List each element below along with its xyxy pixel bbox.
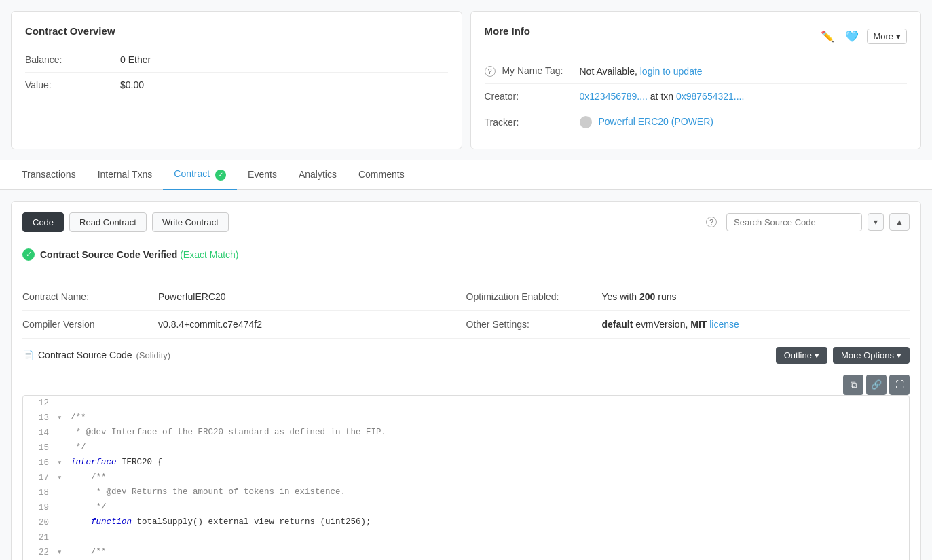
code-buttons: Code Read Contract Write Contract bbox=[22, 212, 229, 232]
code-line-16: 16 ▾ interface IERC20 { bbox=[23, 455, 909, 470]
tab-analytics[interactable]: Analytics bbox=[288, 161, 348, 189]
contract-overview-title: Contract Overview bbox=[25, 25, 448, 37]
file-icon: 📄 bbox=[22, 350, 34, 360]
contract-overview-panel: Contract Overview Balance: 0 Ether Value… bbox=[11, 11, 462, 149]
help-search-icon[interactable]: ? bbox=[706, 217, 717, 227]
tab-events[interactable]: Events bbox=[237, 161, 288, 189]
balance-value: 0 Ether bbox=[120, 54, 151, 65]
creator-label: Creator: bbox=[485, 91, 580, 102]
code-editor: 12 13 ▾ /** 14 * @dev Interface of the E… bbox=[22, 395, 910, 560]
value-value: $0.00 bbox=[120, 79, 144, 90]
balance-label: Balance: bbox=[25, 54, 120, 65]
optimization-label: Optimization Enabled: bbox=[466, 291, 602, 302]
value-label: Value: bbox=[25, 79, 120, 90]
creator-txn-link[interactable]: 0x987654321.... bbox=[676, 91, 744, 102]
search-source-input[interactable] bbox=[726, 213, 862, 231]
tracker-link[interactable]: Powerful ERC20 (POWER) bbox=[598, 116, 713, 127]
more-info-title: More Info bbox=[485, 25, 531, 37]
more-info-actions: ✏️ 🩵 More ▾ bbox=[818, 29, 907, 44]
contract-meta: Contract Name: PowerfulERC20 Optimizatio… bbox=[22, 283, 910, 339]
code-line-22: 22 ▾ /** bbox=[23, 545, 909, 560]
tab-contract[interactable]: Contract ✓ bbox=[163, 160, 237, 190]
code-line-18: 18 * @dev Returns the amount of tokens i… bbox=[23, 485, 909, 500]
other-settings-row: Other Settings: default evmVersion, MIT … bbox=[466, 311, 910, 339]
search-source-area: ? ▾ ▲ bbox=[706, 213, 910, 231]
verified-text: Contract Source Code Verified (Exact Mat… bbox=[40, 249, 239, 260]
expand-icon-btn[interactable]: ⛶ bbox=[889, 375, 910, 395]
search-dropdown-btn[interactable]: ▾ bbox=[868, 213, 884, 231]
code-line-19: 19 */ bbox=[23, 500, 909, 515]
tab-internal-txns[interactable]: Internal Txns bbox=[87, 161, 164, 189]
read-contract-btn[interactable]: Read Contract bbox=[69, 212, 147, 232]
verified-check-icon: ✓ bbox=[22, 248, 35, 261]
code-line-12: 12 bbox=[23, 396, 909, 411]
more-dropdown-btn[interactable]: More ▾ bbox=[867, 29, 907, 44]
other-settings-label: Other Settings: bbox=[466, 319, 602, 330]
contract-name-row: Contract Name: PowerfulERC20 bbox=[22, 283, 466, 311]
tab-comments[interactable]: Comments bbox=[348, 161, 415, 189]
balance-row: Balance: 0 Ether bbox=[25, 48, 448, 73]
code-line-17: 17 ▾ /** bbox=[23, 470, 909, 485]
code-line-21: 21 bbox=[23, 530, 909, 545]
contract-name-label: Contract Name: bbox=[22, 291, 158, 302]
name-tag-label: ? My Name Tag: bbox=[485, 65, 580, 77]
creator-row: Creator: 0x123456789.... at txn 0x987654… bbox=[485, 84, 908, 109]
contract-verified-icon: ✓ bbox=[215, 170, 226, 181]
name-tag-value: Not Available, login to update bbox=[580, 66, 703, 77]
solidity-tag: (Solidity) bbox=[136, 350, 171, 360]
search-collapse-btn[interactable]: ▲ bbox=[889, 213, 910, 231]
more-options-btn[interactable]: More Options ▾ bbox=[833, 347, 910, 364]
tracker-value: Powerful ERC20 (POWER) bbox=[580, 116, 713, 128]
code-line-14: 14 * @dev Interface of the ERC20 standar… bbox=[23, 426, 909, 441]
name-tag-row: ? My Name Tag: Not Available, login to u… bbox=[485, 58, 908, 84]
tracker-row: Tracker: Powerful ERC20 (POWER) bbox=[485, 109, 908, 135]
link-icon-btn[interactable]: 🔗 bbox=[866, 375, 887, 395]
code-line-20: 20 function totalSupply() external view … bbox=[23, 515, 909, 530]
optimization-row: Optimization Enabled: Yes with 200 runs bbox=[466, 283, 910, 311]
code-section: Code Read Contract Write Contract ? ▾ ▲ … bbox=[11, 201, 921, 560]
code-btn[interactable]: Code bbox=[22, 212, 64, 232]
source-code-header: 📄 Contract Source Code (Solidity) Outlin… bbox=[22, 339, 910, 369]
pencil-icon-btn[interactable]: ✏️ bbox=[818, 29, 837, 44]
source-code-title: 📄 Contract Source Code (Solidity) bbox=[22, 350, 170, 360]
help-icon[interactable]: ? bbox=[485, 66, 496, 77]
login-to-update-link[interactable]: login to update bbox=[640, 66, 703, 77]
code-line-13: 13 ▾ /** bbox=[23, 411, 909, 426]
chevron-down-icon: ▾ bbox=[897, 350, 901, 360]
compiler-version-label: Compiler Version bbox=[22, 319, 158, 330]
other-settings-value: default evmVersion, MIT license bbox=[602, 319, 739, 330]
tab-transactions[interactable]: Transactions bbox=[11, 161, 87, 189]
value-row: Value: $0.00 bbox=[25, 73, 448, 97]
chevron-down-icon: ▾ bbox=[896, 31, 901, 41]
optimization-value: Yes with 200 runs bbox=[602, 291, 677, 302]
tabs-bar: Transactions Internal Txns Contract ✓ Ev… bbox=[0, 160, 932, 190]
chevron-down-icon: ▾ bbox=[815, 350, 819, 360]
heart-icon-btn[interactable]: 🩵 bbox=[842, 29, 861, 44]
code-line-15: 15 */ bbox=[23, 441, 909, 455]
more-btn-label: More bbox=[873, 31, 893, 41]
code-toolbar: Code Read Contract Write Contract ? ▾ ▲ bbox=[22, 212, 910, 232]
license-link[interactable]: license bbox=[709, 319, 739, 330]
source-code-actions: Outline ▾ More Options ▾ bbox=[776, 347, 910, 364]
compiler-version-row: Compiler Version v0.8.4+commit.c7e474f2 bbox=[22, 311, 466, 339]
tracker-label: Tracker: bbox=[485, 117, 580, 128]
compiler-version-value: v0.8.4+commit.c7e474f2 bbox=[158, 319, 262, 330]
more-info-panel: More Info ✏️ 🩵 More ▾ ? My Name Tag: Not… bbox=[470, 11, 922, 149]
copy-icon-btn[interactable]: ⧉ bbox=[843, 375, 863, 395]
code-icon-btns: ⧉ 🔗 ⛶ bbox=[22, 375, 910, 395]
tracker-icon bbox=[580, 116, 592, 128]
creator-value: 0x123456789.... at txn 0x987654321.... bbox=[580, 91, 745, 102]
write-contract-btn[interactable]: Write Contract bbox=[152, 212, 229, 232]
more-info-header: More Info ✏️ 🩵 More ▾ bbox=[485, 25, 908, 48]
creator-address-link[interactable]: 0x123456789.... bbox=[580, 91, 648, 102]
verified-section: ✓ Contract Source Code Verified (Exact M… bbox=[22, 243, 910, 272]
contract-name-value: PowerfulERC20 bbox=[158, 291, 226, 302]
outline-btn[interactable]: Outline ▾ bbox=[776, 347, 827, 364]
